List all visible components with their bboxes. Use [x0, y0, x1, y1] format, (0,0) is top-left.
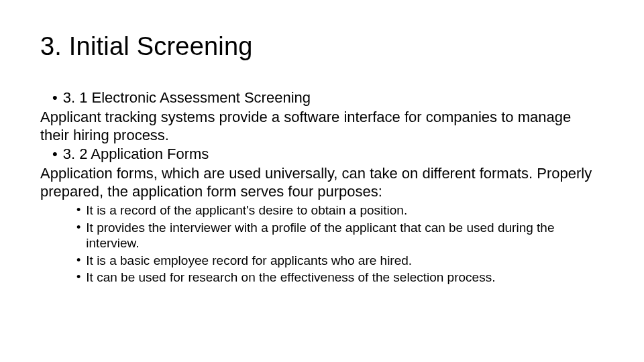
sub-item-text: It provides the interviewer with a profi… [86, 220, 604, 251]
sub-list: • It is a record of the applicant's desi… [40, 202, 604, 286]
bullet-icon: • [40, 253, 86, 267]
sub-item-text: It is a basic employee record for applic… [86, 253, 604, 269]
bullet-item: • 3. 2 Application Forms [40, 145, 604, 164]
slide-content: • 3. 1 Electronic Assessment Screening A… [40, 89, 604, 286]
bullet-text: 3. 2 Application Forms [63, 145, 604, 164]
bullet-icon: • [40, 269, 86, 284]
sub-item: • It provides the interviewer with a pro… [40, 220, 604, 251]
slide-title: 3. Initial Screening [40, 32, 604, 61]
sub-item: • It is a record of the applicant's desi… [40, 202, 604, 219]
sub-item: • It can be used for research on the eff… [40, 269, 604, 286]
bullet-text: 3. 1 Electronic Assessment Screening [63, 89, 604, 107]
bullet-icon: • [40, 89, 63, 107]
body-paragraph: Applicant tracking systems provide a sof… [40, 109, 604, 145]
sub-item-text: It can be used for research on the effec… [86, 269, 604, 286]
body-paragraph: Application forms, which are used univer… [40, 165, 604, 201]
bullet-icon: • [40, 202, 86, 217]
sub-item-text: It is a record of the applicant's desire… [86, 202, 604, 219]
bullet-item: • 3. 1 Electronic Assessment Screening [40, 89, 604, 107]
sub-item: • It is a basic employee record for appl… [40, 253, 604, 269]
bullet-icon: • [40, 220, 86, 235]
bullet-icon: • [40, 145, 63, 164]
